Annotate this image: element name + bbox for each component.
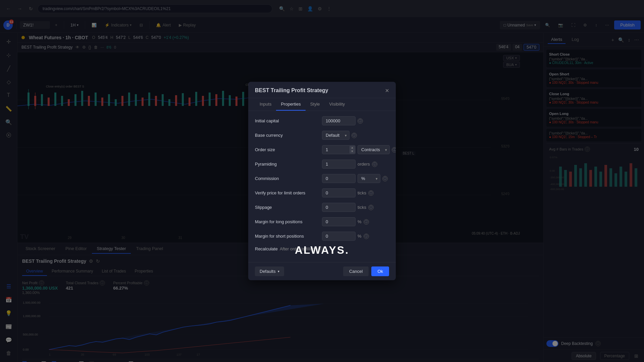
verify-price-label: Verify price for limit orders xyxy=(255,190,322,195)
order-size-row: Order size ▲ ▼ Contracts % USD xyxy=(255,145,389,154)
pyramiding-label: Pyramiding xyxy=(255,162,322,167)
margin-short-label: Margin for short positions xyxy=(255,234,322,239)
order-size-unit-select[interactable]: Contracts % USD xyxy=(358,145,390,154)
modal-header: BEST Trailing Profit Strategy × xyxy=(248,82,396,98)
recalculate-info[interactable]: ⓘ xyxy=(318,246,323,251)
modal-body: Initial capital ⓘ Base currency Default … xyxy=(248,111,396,262)
defaults-button[interactable]: Defaults ▾ xyxy=(255,266,284,276)
margin-short-input[interactable] xyxy=(322,232,356,241)
commission-input-wrapper xyxy=(322,174,356,183)
recalculate-row: Recalculate After order is filled ⓘ ALWA… xyxy=(255,246,389,251)
margin-long-row: Margin for long positions % ⓘ xyxy=(255,217,389,226)
commission-control: % USD ⓘ xyxy=(322,174,389,183)
modal-close-button[interactable]: × xyxy=(385,87,389,94)
order-size-label: Order size xyxy=(255,147,322,152)
order-size-spinners: ▲ ▼ xyxy=(350,146,355,154)
initial-capital-input[interactable] xyxy=(322,116,356,125)
margin-long-label: Margin for long positions xyxy=(255,219,322,224)
margin-long-info[interactable]: ⓘ xyxy=(364,219,369,225)
margin-short-info[interactable]: ⓘ xyxy=(364,234,369,239)
slippage-info[interactable]: ⓘ xyxy=(368,205,374,210)
initial-capital-label: Initial capital xyxy=(255,118,322,123)
recalculate-value: After order is filled xyxy=(280,246,315,251)
verify-price-row: Verify price for limit orders ticks ⓘ xyxy=(255,188,389,197)
margin-long-input-wrapper xyxy=(322,217,356,226)
initial-capital-info[interactable]: ⓘ xyxy=(358,118,363,124)
initial-capital-row: Initial capital ⓘ xyxy=(255,116,389,125)
verify-price-unit: ticks xyxy=(358,190,366,195)
base-currency-control: Default USD EUR ⓘ xyxy=(322,131,389,140)
order-size-unit-wrapper: Contracts % USD xyxy=(358,145,390,154)
verify-price-input[interactable] xyxy=(322,188,356,197)
modal-title: BEST Trailing Profit Strategy xyxy=(255,87,328,94)
defaults-chevron: ▾ xyxy=(278,269,279,273)
margin-long-unit: % xyxy=(358,219,362,224)
initial-capital-control: ⓘ xyxy=(322,116,389,125)
slippage-input[interactable] xyxy=(322,203,356,212)
commission-info[interactable]: ⓘ xyxy=(382,176,388,181)
slippage-label: Slippage xyxy=(255,205,322,210)
slippage-unit: ticks xyxy=(358,205,366,210)
recalculate-label: Recalculate xyxy=(255,246,278,251)
margin-short-control: % ⓘ xyxy=(322,232,389,241)
order-size-up[interactable]: ▲ xyxy=(350,146,355,150)
base-currency-select[interactable]: Default USD EUR xyxy=(322,131,350,140)
commission-row: Commission % USD ⓘ xyxy=(255,174,389,183)
slippage-input-wrapper xyxy=(322,203,356,212)
margin-short-unit: % xyxy=(358,234,362,239)
modal-tab-inputs[interactable]: Inputs xyxy=(255,98,276,111)
modal-tabs: Inputs Properties Style Visibility xyxy=(248,98,396,111)
base-currency-row: Base currency Default USD EUR ⓘ xyxy=(255,131,389,140)
modal-footer: Defaults ▾ Cancel Ok xyxy=(248,262,396,280)
base-currency-info[interactable]: ⓘ xyxy=(352,133,357,138)
commission-unit-wrapper: % USD xyxy=(358,174,380,183)
order-size-info[interactable]: ⓘ xyxy=(392,147,396,153)
pyramiding-unit: orders xyxy=(358,162,370,167)
order-size-control: ▲ ▼ Contracts % USD ⓘ xyxy=(322,145,396,154)
commission-input[interactable] xyxy=(322,174,356,183)
margin-long-input[interactable] xyxy=(322,217,356,226)
pyramiding-control: orders ⓘ xyxy=(322,160,389,169)
order-size-down[interactable]: ▼ xyxy=(350,150,355,154)
modal-tab-visibility[interactable]: Visibility xyxy=(325,98,350,111)
slippage-row: Slippage ticks ⓘ xyxy=(255,203,389,212)
margin-long-control: % ⓘ xyxy=(322,217,389,226)
verify-price-control: ticks ⓘ xyxy=(322,188,389,197)
base-currency-label: Base currency xyxy=(255,133,322,138)
strategy-properties-modal: BEST Trailing Profit Strategy × Inputs P… xyxy=(248,82,396,280)
commission-label: Commission xyxy=(255,176,322,181)
ok-button[interactable]: Ok xyxy=(371,266,389,276)
verify-price-info[interactable]: ⓘ xyxy=(368,190,374,196)
margin-short-row: Margin for short positions % ⓘ xyxy=(255,232,389,241)
initial-capital-input-wrapper xyxy=(322,116,356,125)
order-size-input-wrapper: ▲ ▼ xyxy=(322,145,356,154)
base-currency-select-wrapper: Default USD EUR xyxy=(322,131,350,140)
cancel-button[interactable]: Cancel xyxy=(343,266,369,276)
pyramiding-row: Pyramiding orders ⓘ xyxy=(255,160,389,169)
commission-unit-select[interactable]: % USD xyxy=(358,174,380,183)
slippage-control: ticks ⓘ xyxy=(322,203,389,212)
pyramiding-info[interactable]: ⓘ xyxy=(372,162,377,167)
pyramiding-input[interactable] xyxy=(322,160,356,169)
margin-short-input-wrapper xyxy=(322,232,356,241)
modal-tab-properties[interactable]: Properties xyxy=(276,98,305,111)
pyramiding-input-wrapper xyxy=(322,160,356,169)
footer-right-buttons: Cancel Ok xyxy=(343,266,389,276)
modal-tab-style[interactable]: Style xyxy=(306,98,325,111)
modal-overlay[interactable]: BEST Trailing Profit Strategy × Inputs P… xyxy=(0,0,644,362)
verify-price-input-wrapper xyxy=(322,188,356,197)
